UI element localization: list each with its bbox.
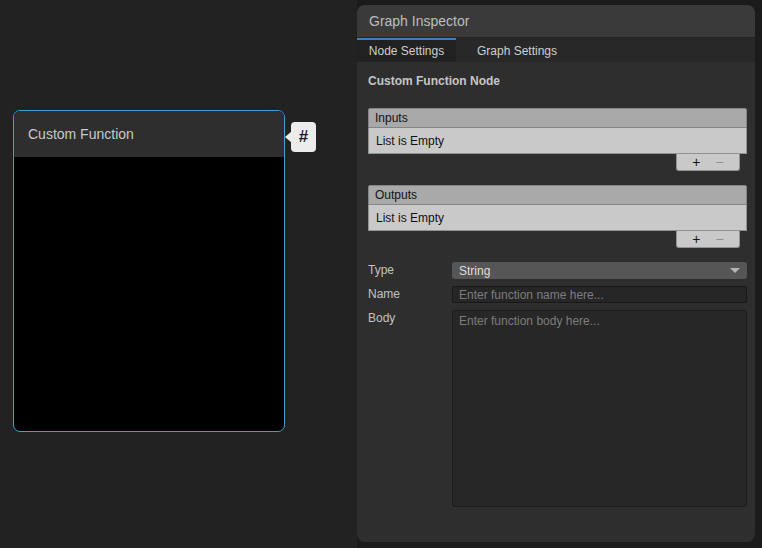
panel-header[interactable]: Graph Inspector [357, 5, 755, 38]
outputs-list-empty-label: List is Empty [376, 211, 444, 225]
outputs-list-header[interactable]: Outputs [368, 185, 747, 205]
outputs-list-header-label: Outputs [375, 188, 417, 202]
inputs-list-footer: + − [368, 154, 747, 172]
body-row: Body [368, 310, 747, 507]
tab-node-settings-label: Node Settings [369, 44, 444, 58]
hash-badge[interactable]: # [291, 122, 316, 152]
name-label: Name [368, 286, 452, 303]
tab-graph-settings-label: Graph Settings [477, 44, 557, 58]
graph-inspector-panel: Graph Inspector Node Settings Graph Sett… [357, 5, 755, 542]
inputs-list-header[interactable]: Inputs [368, 108, 747, 128]
outputs-remove-button[interactable]: − [716, 232, 724, 246]
inputs-remove-button[interactable]: − [716, 155, 724, 169]
section-title: Custom Function Node [368, 74, 747, 88]
outputs-list-footer: + − [368, 231, 747, 249]
inputs-list-header-label: Inputs [375, 111, 408, 125]
inspector-content: Custom Function Node Inputs List is Empt… [357, 62, 755, 507]
outputs-list-footer-box: + − [676, 231, 740, 248]
outputs-list-empty-row: List is Empty [368, 205, 747, 231]
inputs-add-button[interactable]: + [692, 155, 700, 169]
type-row: Type String [368, 262, 747, 279]
type-dropdown-value: String [459, 264, 490, 278]
panel-title: Graph Inspector [369, 13, 469, 29]
type-dropdown[interactable]: String [452, 262, 747, 279]
body-label: Body [368, 310, 452, 507]
name-row: Name [368, 286, 747, 303]
inputs-list: Inputs List is Empty + − [368, 108, 747, 172]
tab-graph-settings[interactable]: Graph Settings [456, 38, 578, 62]
chevron-down-icon [730, 268, 740, 273]
function-name-input[interactable] [452, 286, 747, 303]
outputs-list: Outputs List is Empty + − [368, 185, 747, 249]
hash-badge-label: # [299, 127, 308, 147]
inputs-list-empty-label: List is Empty [376, 134, 444, 148]
outputs-add-button[interactable]: + [692, 232, 700, 246]
type-label: Type [368, 262, 452, 279]
function-body-textarea[interactable] [452, 310, 747, 507]
graph-canvas[interactable]: Custom Function # [0, 0, 357, 548]
tab-bar: Node Settings Graph Settings [357, 38, 755, 62]
tab-node-settings[interactable]: Node Settings [357, 38, 456, 62]
node-title-bar[interactable]: Custom Function [14, 111, 284, 158]
node-title: Custom Function [28, 126, 134, 142]
custom-function-node[interactable]: Custom Function [13, 110, 285, 432]
inputs-list-footer-box: + − [676, 154, 740, 171]
inputs-list-empty-row: List is Empty [368, 128, 747, 154]
